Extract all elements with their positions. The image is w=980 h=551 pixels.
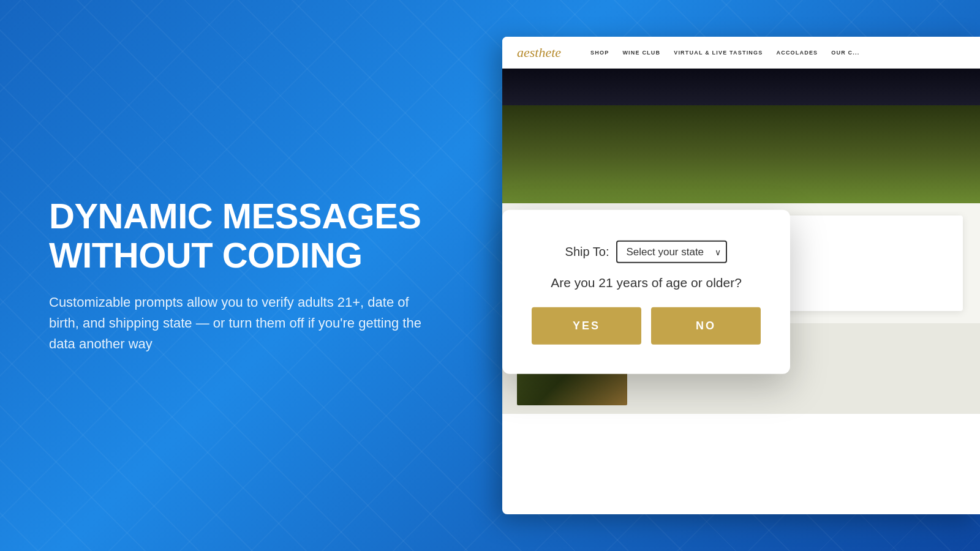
- modal-age-question: Are you 21 years of age or older?: [532, 276, 761, 290]
- right-panel: aesthete SHOP WINE CLUB VIRTUAL & LIVE T…: [478, 0, 980, 551]
- site-nav-shop: SHOP: [590, 50, 609, 56]
- headline: DYNAMIC MESSAGES WITHOUT CODING: [49, 197, 429, 275]
- modal-state-select[interactable]: Select your state Alabama Alaska Arizona…: [616, 241, 727, 263]
- site-nav-our: OUR C...: [831, 50, 859, 56]
- site-logo: aesthete: [517, 45, 561, 61]
- modal-card: Ship To: Select your state Alabama Alask…: [502, 210, 790, 374]
- modal-buttons: YES NO: [532, 307, 761, 345]
- modal-state-select-wrapper[interactable]: Select your state Alabama Alaska Arizona…: [616, 241, 727, 263]
- left-content-panel: DYNAMIC MESSAGES WITHOUT CODING Customiz…: [49, 197, 429, 354]
- modal-no-button[interactable]: NO: [651, 307, 761, 345]
- site-hero-landscape: [502, 105, 980, 203]
- modal-ship-label: Ship To:: [565, 245, 609, 259]
- site-nav-links: SHOP WINE CLUB VIRTUAL & LIVE TASTINGS A…: [590, 50, 859, 56]
- modal-yes-button[interactable]: YES: [532, 307, 641, 345]
- site-navbar: aesthete SHOP WINE CLUB VIRTUAL & LIVE T…: [502, 37, 980, 69]
- site-nav-tasting: VIRTUAL & LIVE TASTINGS: [674, 50, 763, 56]
- site-hero-image: [502, 69, 980, 203]
- modal-ship-row: Ship To: Select your state Alabama Alask…: [532, 241, 761, 263]
- site-nav-wineclub: WINE CLUB: [622, 50, 660, 56]
- subtext: Customizable prompts allow you to verify…: [49, 292, 429, 354]
- site-nav-accolades: ACCOLADES: [776, 50, 818, 56]
